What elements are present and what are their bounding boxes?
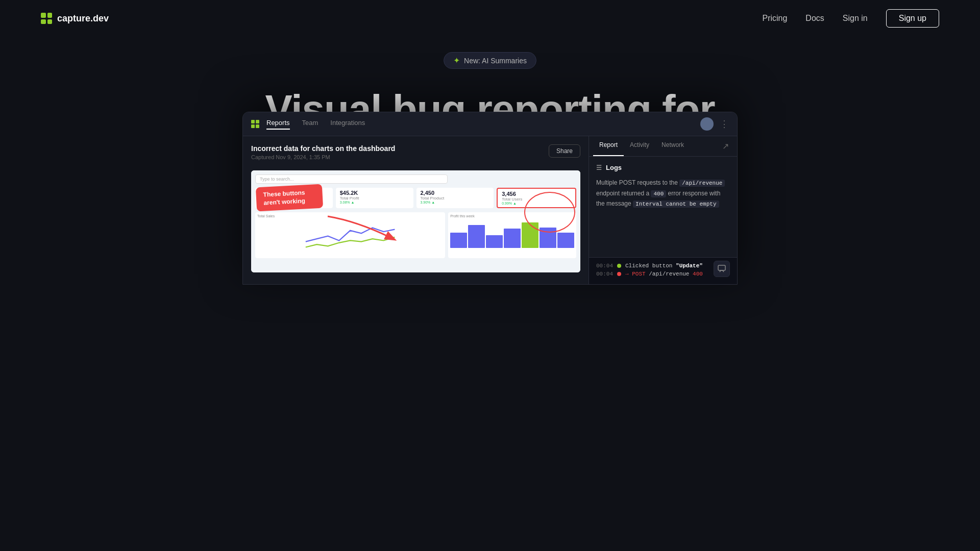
stat-profit-value: $45.2K <box>340 190 409 196</box>
log-entry-1: 00:04 Clicked button "Update" <box>596 263 730 269</box>
stat-users: 3,456 Total Users 0.99% ▲ <box>497 188 576 208</box>
log-time-1: 00:04 <box>596 263 613 269</box>
nav-signin[interactable]: Sign in <box>843 14 868 23</box>
expand-icon[interactable]: ↗ <box>718 136 733 156</box>
tab-reports[interactable]: Reports <box>266 119 290 130</box>
stat-profit-label: Total Profit <box>340 196 409 201</box>
badge-star-icon: ✦ <box>453 56 460 65</box>
share-button[interactable]: Share <box>549 144 580 158</box>
log-button-label: button <box>652 263 673 269</box>
navbar: capture.dev Pricing Docs Sign in Sign up <box>0 0 980 37</box>
annotation-arrow <box>317 211 409 252</box>
avatar <box>700 117 714 131</box>
chat-icon <box>718 265 726 273</box>
screenshot-area: Type to search... $3.456K Total view 0.4… <box>251 170 580 272</box>
bar-6 <box>540 228 556 248</box>
log-method: POST <box>632 271 645 277</box>
log-path: /api/revenue <box>649 271 689 277</box>
logs-code-2: 400 <box>651 190 666 197</box>
badge-text: New: AI Summaries <box>464 57 527 65</box>
hero-section: ✦ New: AI Summaries Visual bug reporting… <box>0 37 980 274</box>
log-dot-2 <box>617 272 621 276</box>
stat-users-change: 0.99% ▲ <box>502 202 571 205</box>
stat-profit-change: 3.08% ▲ <box>340 201 409 204</box>
logo[interactable]: capture.dev <box>41 13 109 24</box>
chat-button[interactable] <box>714 261 730 277</box>
log-arrow-icon: → <box>625 271 629 277</box>
logs-body: Multiple POST requests to the /api/reven… <box>596 178 730 209</box>
logs-header: ☰ Logs <box>596 164 730 171</box>
log-text-clicked: Clicked button "Update" <box>625 263 703 269</box>
right-tabs: Report Activity Network ↗ <box>589 136 737 157</box>
log-request-text: → POST /api/revenue 400 <box>625 271 703 277</box>
log-status: 400 <box>693 271 703 277</box>
logo-icon <box>41 13 52 24</box>
stat-product-change: 3.90% ▲ <box>421 201 490 204</box>
logs-section: ☰ Logs Multiple POST requests to the /ap… <box>589 157 737 257</box>
bar-7 <box>557 233 574 248</box>
bar-chart-title: Profit this week <box>450 214 574 218</box>
window-tabs: Reports Team Integrations <box>266 119 365 130</box>
bar-3 <box>486 235 503 248</box>
mini-bar-chart: Profit this week <box>448 212 576 258</box>
annotation-bubble: These buttons aren't working <box>256 184 323 212</box>
log-time-2: 00:04 <box>596 271 613 277</box>
window-logo-icon <box>251 120 259 128</box>
window-content: Incorrect data for charts on the dashboa… <box>243 136 737 284</box>
window-tab-right: ⋮ <box>700 117 729 131</box>
stat-users-label: Total Users <box>502 197 571 202</box>
more-options-icon[interactable]: ⋮ <box>720 118 729 130</box>
tab-team[interactable]: Team <box>302 119 318 130</box>
bar-5 <box>522 222 538 248</box>
bar-chart-bars <box>450 220 574 248</box>
logs-title: Logs <box>606 164 622 171</box>
window-titlebar: Reports Team Integrations ⋮ <box>243 112 737 136</box>
stat-product-label: Total Product <box>421 196 490 201</box>
stat-users-value: 3,456 <box>502 191 571 197</box>
tab-activity[interactable]: Activity <box>624 136 655 156</box>
svg-rect-0 <box>718 265 725 270</box>
nav-links: Pricing Docs Sign in Sign up <box>762 9 939 28</box>
log-update-label: "Update" <box>676 263 703 269</box>
new-badge: ✦ New: AI Summaries <box>444 52 536 69</box>
log-entry-2: 00:04 → POST /api/revenue 400 <box>596 271 730 277</box>
tab-integrations[interactable]: Integrations <box>330 119 365 130</box>
bar-4 <box>504 229 521 248</box>
logs-text-2: endpoint returned a <box>596 190 649 197</box>
bar-1 <box>450 233 467 248</box>
logo-text: capture.dev <box>57 13 109 24</box>
log-dot-1 <box>617 264 621 268</box>
mini-chart-row: Total Sales Profit this week <box>255 212 576 258</box>
left-panel: Incorrect data for charts on the dashboa… <box>243 136 589 284</box>
product-window: Reports Team Integrations ⋮ Incorrect da… <box>242 112 738 285</box>
nav-pricing[interactable]: Pricing <box>762 14 787 23</box>
logs-code-1: /api/revenue <box>679 180 725 187</box>
nav-docs[interactable]: Docs <box>805 14 824 23</box>
logs-icon: ☰ <box>596 164 602 171</box>
tab-network[interactable]: Network <box>655 136 690 156</box>
stat-product: 2,450 Total Product 3.90% ▲ <box>416 188 494 208</box>
report-title: Incorrect data for charts on the dashboa… <box>251 144 580 153</box>
signup-button[interactable]: Sign up <box>886 9 939 28</box>
logs-code-3: Interval cannot be empty <box>633 201 719 208</box>
stat-product-value: 2,450 <box>421 190 490 196</box>
mini-search-bar: Type to search... <box>255 174 448 184</box>
logs-text-1: Multiple POST requests to the <box>596 179 678 186</box>
tab-report[interactable]: Report <box>593 136 624 156</box>
stat-profit: $45.2K Total Profit 3.08% ▲ <box>336 188 413 208</box>
report-meta: Captured Nov 9, 2024, 1:35 PM <box>251 154 580 160</box>
log-clicked-label: Clicked <box>625 263 649 269</box>
bar-2 <box>468 225 485 248</box>
